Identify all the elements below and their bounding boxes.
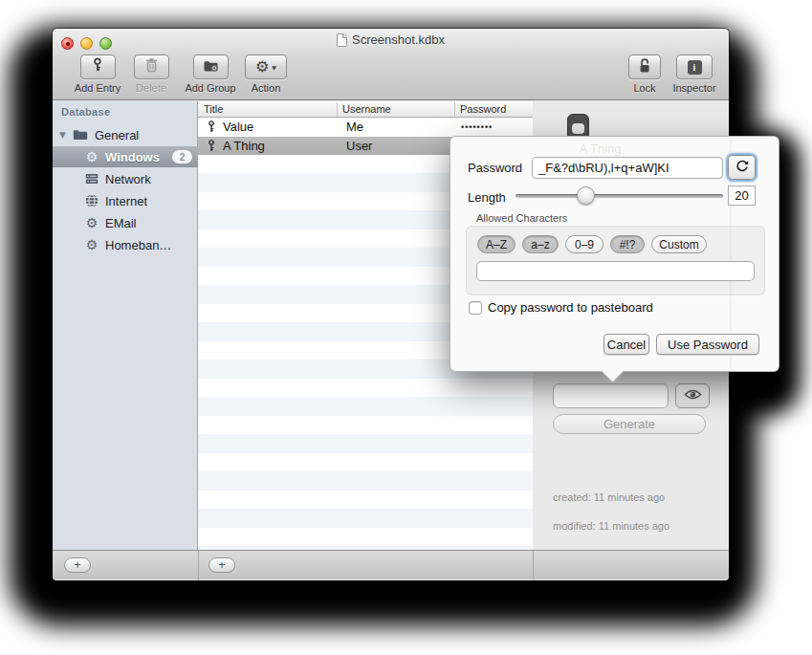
sidebar: Database ▼ General ⚙ Windows 2: [53, 101, 198, 550]
slider-thumb[interactable]: [577, 186, 595, 205]
divider: [198, 551, 199, 580]
screenshot-stage: Screenshot.kdbx Add Entry: [0, 0, 812, 655]
folder-icon: [73, 127, 88, 142]
created-timestamp: created: 11 minutes ago: [553, 491, 665, 503]
unlock-icon: [637, 57, 652, 77]
sidebar-section-header: Database: [61, 106, 110, 118]
gear-icon: ⚙: [86, 216, 99, 229]
column-divider[interactable]: [337, 102, 338, 117]
add-group-button[interactable]: Add Group: [180, 55, 241, 94]
charset-custom-button[interactable]: Custom: [651, 235, 707, 253]
cell-username: Me: [346, 120, 363, 134]
copy-to-pasteboard-checkbox[interactable]: [469, 301, 482, 315]
charset-digits-button[interactable]: 0–9: [565, 235, 604, 253]
password-label: Password: [468, 161, 522, 175]
custom-characters-field[interactable]: [476, 261, 755, 281]
divider: [533, 551, 534, 580]
bottom-bar: + +: [53, 550, 729, 579]
eye-icon: [684, 387, 702, 404]
sidebar-item-internet[interactable]: Internet: [53, 190, 198, 211]
column-header-title[interactable]: Title: [204, 103, 223, 115]
sidebar-item-homebanking[interactable]: ⚙ Homeban…: [53, 234, 198, 255]
folder-plus-icon: [203, 58, 219, 76]
trash-icon: [144, 57, 159, 76]
use-password-button[interactable]: Use Password: [656, 334, 759, 355]
refresh-icon: [735, 160, 749, 176]
show-password-button[interactable]: [675, 383, 710, 408]
cell-title: Value: [223, 120, 253, 134]
sidebar-item-general[interactable]: ▼ General: [53, 124, 198, 145]
column-divider[interactable]: [454, 102, 455, 117]
action-menu-button[interactable]: ⚙ ▼ Action: [241, 55, 291, 94]
cell-title: A Thing: [223, 139, 265, 153]
charset-symbols-button[interactable]: #!?: [610, 235, 645, 253]
cell-password: ••••••••: [461, 122, 493, 132]
copy-checkbox-label: Copy password to pasteboard: [488, 300, 653, 315]
chevron-down-icon: ▼: [272, 64, 276, 71]
globe-icon: [84, 193, 99, 208]
charset-uppercase-button[interactable]: A–Z: [477, 235, 516, 253]
password-generator-popover: A Thing Password _F&?d\bRU),l+q+aW]KI Le…: [450, 136, 779, 372]
add-entry-button[interactable]: Add Entry: [69, 55, 126, 94]
window-title: Screenshot.kdbx: [53, 33, 729, 47]
key-icon: [206, 120, 217, 136]
cell-username: User: [346, 139, 372, 153]
generate-button[interactable]: Generate: [553, 414, 706, 434]
toolbar: Add Entry Delete: [53, 50, 729, 100]
lock-button[interactable]: Lock: [625, 55, 664, 94]
ghost-entry-title: A Thing: [450, 142, 750, 156]
generated-password-field[interactable]: _F&?d\bRU),l+q+aW]KI: [532, 157, 723, 179]
key-icon: [90, 57, 105, 76]
slider-track[interactable]: [516, 194, 723, 198]
add-group-plus-button[interactable]: +: [64, 557, 91, 573]
sidebar-item-network[interactable]: Network: [53, 168, 198, 189]
window-chrome: Screenshot.kdbx Add Entry: [53, 29, 729, 100]
length-slider[interactable]: [516, 186, 723, 207]
column-header-password[interactable]: Password: [460, 103, 506, 115]
add-entry-plus-button[interactable]: +: [208, 557, 235, 573]
table-row[interactable]: Value Me ••••••••: [198, 118, 533, 137]
key-icon: [206, 140, 217, 155]
count-badge: 2: [172, 150, 192, 164]
delete-button[interactable]: Delete: [128, 55, 174, 94]
disclosure-triangle-icon[interactable]: ▼: [59, 130, 66, 140]
charset-lowercase-button[interactable]: a–z: [522, 235, 559, 253]
modified-timestamp: modified: 11 minutes ago: [553, 520, 669, 532]
length-label: Length: [468, 190, 506, 205]
document-icon: [337, 33, 347, 47]
gear-icon: ⚙: [86, 238, 99, 251]
regenerate-button[interactable]: [728, 155, 756, 180]
gear-icon: ⚙: [255, 59, 269, 75]
column-header-username[interactable]: Username: [342, 103, 391, 115]
titlebar[interactable]: Screenshot.kdbx: [53, 29, 729, 50]
table-header[interactable]: Title Username Password: [198, 101, 533, 118]
inspector-password-field[interactable]: [553, 383, 669, 408]
network-icon: [84, 171, 99, 186]
allowed-characters-label: Allowed Characters: [476, 212, 567, 224]
sidebar-item-windows[interactable]: ⚙ Windows 2: [53, 146, 198, 167]
inspector-button[interactable]: i Inspector: [668, 55, 721, 94]
gear-icon: ⚙: [86, 150, 99, 164]
info-icon: i: [688, 60, 702, 75]
sidebar-item-email[interactable]: ⚙ EMail: [53, 212, 198, 233]
cancel-button[interactable]: Cancel: [604, 334, 649, 355]
length-value-field[interactable]: 20: [728, 186, 756, 206]
